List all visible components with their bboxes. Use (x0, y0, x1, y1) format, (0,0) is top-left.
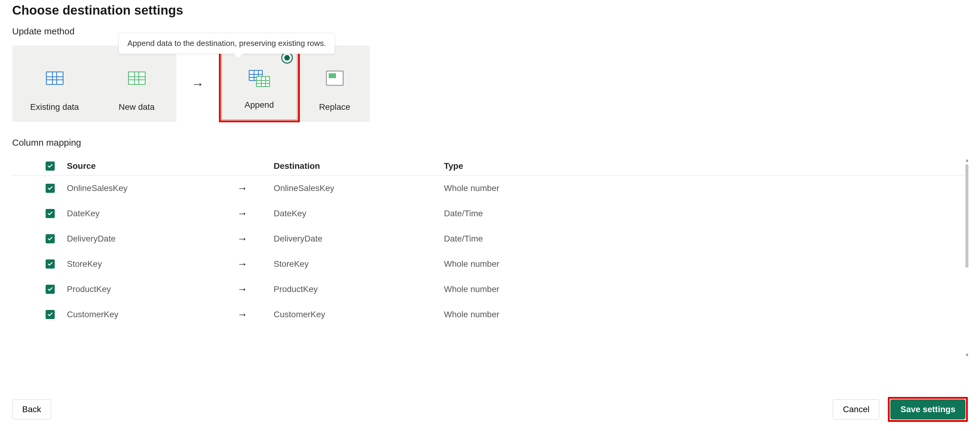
mapping-row: CustomerKey→CustomerKeyWhole number (12, 302, 962, 327)
method-cards-group: Append Replace (219, 46, 370, 122)
append-option[interactable]: Append (221, 48, 298, 120)
type-cell: Date/Time (444, 209, 614, 218)
mapping-header-row: Source Destination Type (12, 157, 968, 175)
arrow-right-icon: → (237, 258, 274, 270)
mapping-row: DateKey→DateKeyDate/Time (12, 201, 962, 226)
source-cards-group: Existing data New data (12, 46, 177, 122)
check-icon (47, 236, 53, 242)
destination-cell: ProductKey (274, 285, 444, 294)
type-cell: Whole number (444, 259, 614, 269)
header-source: Source (67, 161, 237, 171)
check-icon (47, 185, 53, 191)
append-highlight: Append (219, 46, 300, 122)
arrow-right-icon: → (237, 283, 274, 295)
check-icon (47, 312, 53, 318)
select-all-checkbox[interactable] (46, 162, 55, 171)
page-title: Choose destination settings (12, 3, 968, 17)
arrow-right-icon: → (237, 309, 274, 320)
arrow-right-icon: → (237, 207, 274, 219)
type-cell: Whole number (444, 183, 614, 193)
source-cell: DateKey (67, 209, 237, 218)
row-checkbox[interactable] (46, 285, 55, 294)
destination-cell: DateKey (274, 209, 444, 218)
source-cell: StoreKey (67, 259, 237, 269)
row-checkbox[interactable] (46, 310, 55, 319)
row-checkbox[interactable] (46, 184, 55, 193)
type-cell: Whole number (444, 310, 614, 320)
existing-data-label: Existing data (30, 102, 79, 112)
column-mapping-area: Source Destination Type OnlineSalesKey→O… (12, 157, 968, 358)
append-tooltip: Append data to the destination, preservi… (119, 33, 335, 54)
arrow-right-icon: → (177, 46, 219, 122)
replace-icon (326, 71, 344, 86)
header-type: Type (444, 161, 614, 171)
scrollbar[interactable]: ▴ ▾ (965, 157, 969, 358)
mapping-row: StoreKey→StoreKeyWhole number (12, 251, 962, 277)
table-icon (128, 72, 146, 85)
row-checkbox[interactable] (46, 234, 55, 243)
destination-cell: StoreKey (274, 259, 444, 269)
destination-cell: OnlineSalesKey (274, 183, 444, 193)
new-data-label: New data (119, 102, 154, 112)
save-settings-button[interactable]: Save settings (890, 399, 966, 420)
append-tooltip-text: Append data to the destination, preservi… (127, 39, 326, 48)
arrow-right-icon: → (237, 182, 274, 194)
footer: Back Cancel Save settings (12, 397, 968, 422)
mapping-row: OnlineSalesKey→OnlineSalesKeyWhole numbe… (12, 175, 962, 201)
check-icon (47, 210, 53, 216)
back-button[interactable]: Back (12, 399, 51, 420)
append-label: Append (245, 100, 274, 110)
check-icon (47, 261, 53, 267)
destination-cell: DeliveryDate (274, 234, 444, 243)
mapping-row: DeliveryDate→DeliveryDateDate/Time (12, 226, 962, 251)
cancel-button[interactable]: Cancel (833, 399, 879, 420)
destination-cell: CustomerKey (274, 310, 444, 320)
arrow-right-icon: → (237, 233, 274, 245)
check-icon (47, 286, 53, 292)
existing-data-card: Existing data (12, 46, 97, 122)
header-destination: Destination (274, 161, 444, 171)
mapping-rows-container[interactable]: OnlineSalesKey→OnlineSalesKeyWhole numbe… (12, 175, 968, 358)
column-mapping-title: Column mapping (12, 137, 968, 148)
source-cell: OnlineSalesKey (67, 183, 237, 193)
mapping-row: ProductKey→ProductKeyWhole number (12, 277, 962, 302)
scroll-thumb[interactable] (966, 164, 969, 268)
check-icon (47, 163, 53, 169)
source-cell: CustomerKey (67, 310, 237, 320)
table-icon (46, 72, 64, 85)
update-method-row: Existing data New data → (12, 46, 968, 122)
scroll-up-icon[interactable]: ▴ (965, 157, 969, 163)
source-cell: ProductKey (67, 285, 237, 294)
type-cell: Date/Time (444, 234, 614, 243)
row-checkbox[interactable] (46, 259, 55, 269)
new-data-card: New data (97, 46, 177, 122)
row-checkbox[interactable] (46, 209, 55, 218)
scroll-down-icon[interactable]: ▾ (965, 352, 969, 358)
type-cell: Whole number (444, 285, 614, 294)
replace-option[interactable]: Replace (300, 46, 370, 122)
save-highlight: Save settings (888, 397, 968, 422)
replace-label: Replace (319, 102, 350, 112)
append-icon (249, 70, 270, 87)
source-cell: DeliveryDate (67, 234, 237, 243)
